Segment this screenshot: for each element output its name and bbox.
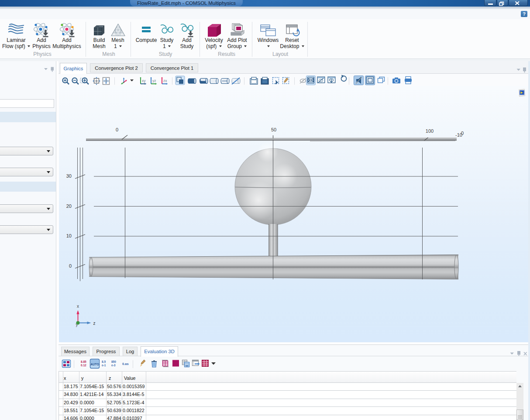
svg-text:0.as: 0.as (122, 362, 129, 366)
svg-text:e-3: e-3 (111, 364, 116, 367)
svg-text:e-1: e-1 (102, 364, 106, 367)
svg-text:8.5: 8.5 (102, 360, 106, 363)
svg-text:88: 88 (186, 365, 188, 367)
svg-text:zx: zx (163, 79, 167, 83)
svg-text:20: 20 (66, 203, 72, 209)
svg-text:xy: xy (142, 79, 146, 83)
svg-text:AUTO: AUTO (90, 363, 99, 366)
svg-text:8.85: 8.85 (81, 360, 86, 363)
svg-text:30: 30 (66, 173, 72, 179)
svg-text:yz: yz (152, 79, 156, 83)
svg-text:z: z (93, 321, 96, 326)
svg-text:50: 50 (271, 127, 276, 132)
svg-text:850: 850 (111, 360, 116, 363)
svg-text:0.12: 0.12 (81, 364, 86, 367)
svg-text:0: 0 (69, 263, 72, 269)
svg-text:x: x (77, 304, 79, 309)
svg-text:10: 10 (66, 233, 72, 238)
svg-text:0: 0 (461, 131, 464, 136)
svg-text:0: 0 (116, 127, 118, 132)
svg-text:100: 100 (426, 128, 434, 134)
